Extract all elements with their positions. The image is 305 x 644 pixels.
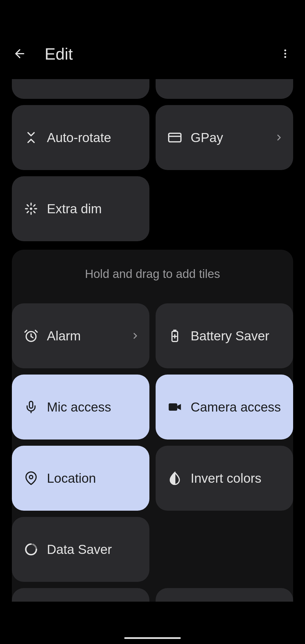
arrow-back-icon bbox=[13, 47, 27, 60]
tile-label: Battery Saver bbox=[191, 328, 285, 343]
svg-line-13 bbox=[27, 211, 29, 213]
svg-line-14 bbox=[34, 205, 35, 206]
partial-tile[interactable] bbox=[156, 79, 293, 99]
svg-line-11 bbox=[27, 205, 29, 206]
invert-colors-icon bbox=[167, 471, 182, 486]
section-hint: Hold and drag to add tiles bbox=[12, 267, 293, 281]
tile-label: Camera access bbox=[191, 399, 285, 415]
alarm-icon bbox=[24, 328, 38, 343]
back-button[interactable] bbox=[12, 46, 28, 62]
partial-tile[interactable] bbox=[12, 79, 149, 99]
tile-label: Mic access bbox=[47, 399, 141, 415]
mic-icon bbox=[24, 400, 38, 414]
svg-point-26 bbox=[29, 475, 33, 479]
tile-auto-rotate[interactable]: Auto-rotate bbox=[12, 105, 149, 170]
credit-card-icon bbox=[167, 130, 182, 145]
header: Edit bbox=[0, 28, 305, 79]
tile-gpay[interactable]: GPay bbox=[156, 105, 293, 170]
partial-tile-row bbox=[12, 79, 293, 99]
svg-marker-25 bbox=[177, 404, 181, 410]
svg-point-2 bbox=[284, 53, 286, 55]
svg-line-17 bbox=[35, 330, 37, 332]
partial-tile[interactable] bbox=[156, 588, 293, 602]
tile-label: GPay bbox=[191, 130, 273, 145]
tile-camera-access[interactable]: Camera access bbox=[156, 375, 293, 440]
available-tiles-section: Hold and drag to add tiles Alarm bbox=[12, 250, 293, 602]
bottom-partial-tile-row bbox=[12, 588, 293, 602]
svg-line-16 bbox=[25, 330, 27, 332]
chevron-right-icon bbox=[130, 330, 141, 341]
brightness-low-icon bbox=[24, 201, 38, 216]
partial-tile[interactable] bbox=[12, 588, 149, 602]
svg-point-1 bbox=[284, 49, 286, 51]
more-vert-icon bbox=[280, 48, 291, 59]
svg-rect-4 bbox=[169, 133, 181, 142]
svg-point-6 bbox=[30, 208, 32, 210]
content-area: Auto-rotate GPay bbox=[0, 79, 305, 602]
navigation-bar-handle[interactable] bbox=[124, 637, 181, 639]
tile-location[interactable]: Location bbox=[12, 446, 149, 511]
tile-label: Alarm bbox=[47, 328, 130, 343]
chevron-right-icon bbox=[273, 132, 285, 143]
tile-label: Location bbox=[47, 471, 141, 486]
battery-saver-icon bbox=[167, 328, 182, 343]
svg-rect-24 bbox=[169, 403, 177, 411]
tile-mic-access[interactable]: Mic access bbox=[12, 375, 149, 440]
more-options-button[interactable] bbox=[277, 46, 293, 62]
location-icon bbox=[24, 471, 38, 486]
svg-line-12 bbox=[34, 211, 35, 213]
tile-battery-saver[interactable]: Battery Saver bbox=[156, 303, 293, 368]
svg-point-3 bbox=[284, 56, 286, 58]
tile-label: Auto-rotate bbox=[47, 130, 141, 145]
tile-data-saver[interactable]: Data Saver bbox=[12, 517, 149, 582]
tile-invert-colors[interactable]: Invert colors bbox=[156, 446, 293, 511]
svg-rect-22 bbox=[29, 401, 33, 408]
tile-label: Extra dim bbox=[47, 201, 141, 216]
tile-alarm[interactable]: Alarm bbox=[12, 303, 149, 368]
tile-extra-dim[interactable]: Extra dim bbox=[12, 176, 149, 241]
tile-label: Data Saver bbox=[47, 542, 141, 557]
camera-icon bbox=[167, 400, 182, 414]
data-saver-icon bbox=[24, 542, 38, 557]
auto-rotate-icon bbox=[24, 130, 38, 145]
page-title: Edit bbox=[45, 44, 277, 63]
tile-label: Invert colors bbox=[191, 471, 285, 486]
